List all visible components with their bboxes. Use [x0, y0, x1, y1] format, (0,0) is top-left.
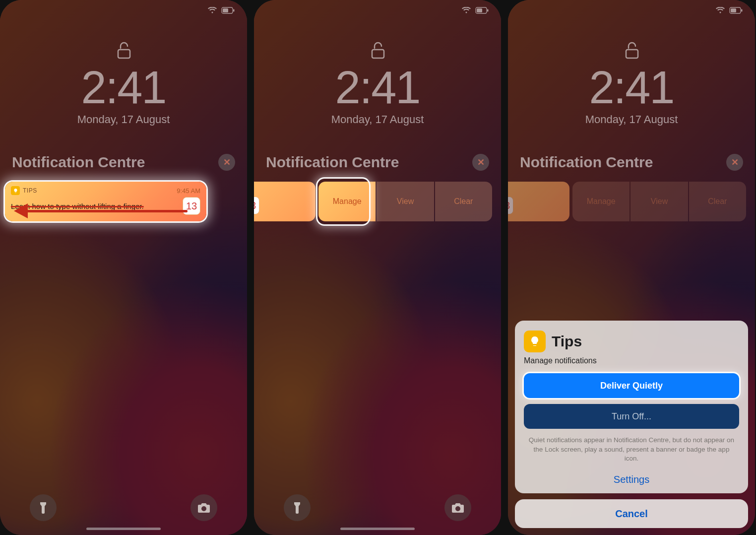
- close-icon: ✕: [731, 157, 739, 168]
- status-bar: [0, 0, 247, 21]
- camera-button[interactable]: [190, 494, 217, 521]
- svg-rect-1: [223, 8, 228, 12]
- clear-all-button[interactable]: ✕: [726, 154, 743, 171]
- camera-button[interactable]: [444, 494, 471, 521]
- status-bar: [508, 0, 755, 21]
- turn-off-button[interactable]: Turn Off...: [524, 404, 739, 429]
- unlocked-icon: [116, 41, 131, 60]
- notification-card[interactable]: TIPS 9:45 AM Learn how to type without l…: [5, 182, 206, 221]
- sheet-help-text: Quiet notifications appear in Notificati…: [524, 436, 739, 463]
- svg-rect-8: [741, 9, 743, 12]
- wifi-icon: [715, 7, 725, 14]
- svg-rect-7: [731, 8, 736, 12]
- clear-action[interactable]: Clear: [435, 182, 492, 221]
- lockscreen-panel-1: 2:41 Monday, 17 August Notification Cent…: [0, 0, 247, 535]
- notification-centre-title: Notification Centre: [12, 154, 145, 171]
- notification-card-swiped[interactable]: 9:45 AM ger. 13: [254, 182, 315, 221]
- sheet-title: Tips: [552, 333, 582, 350]
- settings-link[interactable]: Settings: [524, 474, 739, 485]
- notification-body: Learn how to type without lifting a fing…: [11, 202, 179, 210]
- wifi-icon: [461, 7, 471, 14]
- cancel-button[interactable]: Cancel: [515, 499, 748, 528]
- battery-icon: [221, 7, 235, 14]
- notification-thumbnail: 13: [254, 197, 259, 214]
- flashlight-button[interactable]: [284, 494, 311, 521]
- home-indicator[interactable]: [86, 528, 161, 530]
- wifi-icon: [207, 7, 217, 14]
- unlocked-icon: [370, 41, 385, 60]
- status-bar: [254, 0, 501, 21]
- clock-date: Monday, 17 August: [254, 113, 501, 126]
- manage-action[interactable]: Manage: [318, 182, 376, 221]
- notification-thumbnail: 13: [183, 197, 200, 215]
- camera-icon: [451, 502, 464, 513]
- notification-swipe-actions: Manage View Clear: [318, 182, 492, 221]
- clock-time: 2:41: [254, 65, 501, 110]
- svg-rect-2: [233, 9, 235, 12]
- notification-centre-title: Notification Centre: [520, 154, 653, 171]
- notification-timestamp: 9:45 AM: [254, 186, 311, 194]
- clock-date: Monday, 17 August: [508, 113, 755, 126]
- tips-app-icon: [11, 186, 20, 195]
- notification-timestamp: 9:45 AM: [508, 186, 565, 194]
- view-action[interactable]: View: [377, 182, 434, 221]
- close-icon: ✕: [223, 157, 231, 168]
- view-action: View: [630, 182, 688, 221]
- svg-rect-4: [477, 8, 482, 12]
- notification-timestamp: 9:45 AM: [177, 187, 200, 195]
- clock-date: Monday, 17 August: [0, 113, 247, 126]
- lockscreen-panel-3: 2:41 Monday, 17 August Notification Cent…: [508, 0, 755, 535]
- notification-swipe-actions: Manage View Clear: [572, 182, 746, 221]
- clear-all-button[interactable]: ✕: [472, 154, 489, 171]
- notification-card-swiped: 9:45 AM ger. 13: [508, 182, 569, 221]
- notification-thumbnail: 13: [508, 197, 513, 214]
- clock-time: 2:41: [508, 65, 755, 110]
- flashlight-icon: [292, 501, 302, 514]
- svg-rect-5: [487, 9, 489, 12]
- clear-all-button[interactable]: ✕: [218, 154, 235, 171]
- deliver-quietly-button[interactable]: Deliver Quietly: [524, 373, 739, 398]
- manage-action: Manage: [572, 182, 630, 221]
- home-indicator[interactable]: [340, 528, 415, 530]
- notification-app-label: TIPS: [23, 187, 37, 194]
- sheet-subtitle: Manage notifications: [524, 356, 739, 365]
- clear-action: Clear: [689, 182, 746, 221]
- close-icon: ✕: [477, 157, 485, 168]
- battery-icon: [729, 7, 743, 14]
- manage-notifications-sheet: Tips Manage notifications Deliver Quietl…: [515, 321, 748, 528]
- clock-time: 2:41: [0, 65, 247, 110]
- unlocked-icon: [624, 41, 639, 60]
- tips-app-icon: [524, 331, 546, 352]
- lockscreen-panel-2: 2:41 Monday, 17 August Notification Cent…: [254, 0, 501, 535]
- flashlight-icon: [38, 501, 48, 514]
- camera-icon: [197, 502, 210, 513]
- battery-icon: [475, 7, 489, 14]
- notification-centre-title: Notification Centre: [266, 154, 399, 171]
- flashlight-button[interactable]: [30, 494, 57, 521]
